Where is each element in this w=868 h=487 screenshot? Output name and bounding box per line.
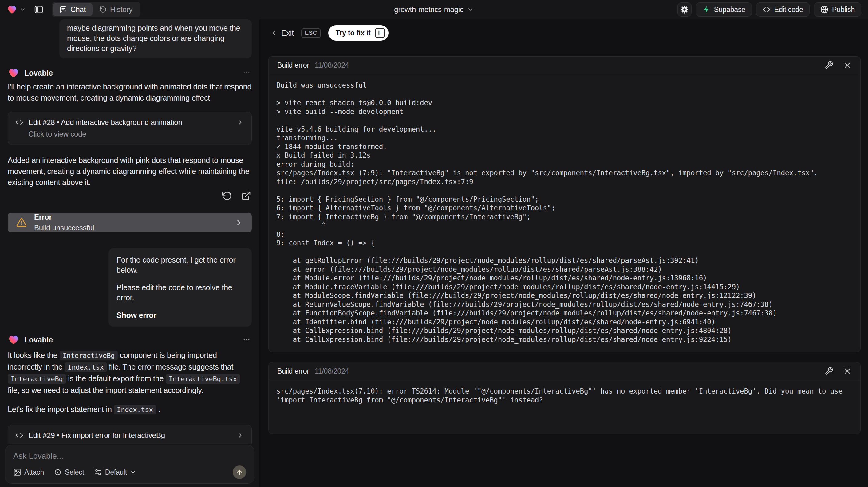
select-label: Select: [65, 468, 84, 477]
project-name: growth-metrics-magic: [394, 5, 463, 14]
fix-with-ai-button[interactable]: [825, 367, 833, 375]
close-button[interactable]: [843, 61, 852, 69]
assistant-summary-text: Added an interactive background with pin…: [8, 155, 252, 188]
top-bar: Chat History growth-metrics-magic Supaba…: [0, 0, 868, 19]
panel-left-icon: [34, 5, 44, 14]
rotate-ccw-icon: [222, 191, 232, 201]
assistant-name: Lovable: [24, 68, 53, 78]
image-attach-icon: [13, 468, 21, 476]
code-brackets-icon: [16, 118, 23, 126]
edit-28-subtitle: Click to view code: [28, 130, 244, 139]
build-error-panel: Exit ESC Try to fix it F Build error 11/…: [260, 19, 868, 487]
send-button[interactable]: [233, 465, 246, 479]
assistant-message-header: Lovable: [8, 67, 252, 79]
chevron-down-icon: [20, 6, 26, 12]
fix-with-ai-button[interactable]: [825, 61, 833, 69]
edit-code-label: Edit code: [774, 5, 803, 14]
assistant-message-header: Lovable: [8, 334, 252, 345]
show-error-link[interactable]: Show error: [117, 311, 156, 319]
edit-29-card[interactable]: Edit #29 • Fix import error for Interact…: [8, 425, 252, 444]
build-error-date: 11/08/2024: [315, 61, 349, 69]
error-card-subtitle: Build unsuccessful: [34, 223, 94, 232]
build-error-card-header: Build error 11/08/2024: [269, 363, 860, 380]
user-message-line: Please edit the code to resolve the erro…: [117, 282, 244, 303]
model-selector[interactable]: Default: [94, 468, 136, 477]
try-to-fix-label: Try to fix it: [336, 29, 371, 37]
build-error-card-1: Build error 11/08/2024 Build was unsucce…: [268, 56, 861, 352]
chat-bubble-icon: [60, 6, 67, 13]
lovable-app: Chat History growth-metrics-magic Supaba…: [0, 0, 868, 487]
close-icon: [843, 61, 852, 69]
globe-icon: [820, 5, 828, 13]
supabase-button[interactable]: Supabase: [696, 2, 752, 17]
more-horizontal-icon: [243, 336, 250, 344]
code-brackets-icon: [16, 431, 23, 439]
lovable-avatar: [8, 67, 19, 79]
tab-chat[interactable]: Chat: [53, 3, 93, 16]
f-key-hint: F: [375, 28, 385, 38]
error-card-title: Error: [34, 213, 94, 221]
sidebar-toggle-button[interactable]: [32, 3, 45, 16]
restore-button[interactable]: [222, 190, 233, 202]
warning-triangle-icon: [16, 217, 27, 228]
code-brackets-icon: [763, 5, 771, 13]
arrow-up-icon: [236, 468, 243, 476]
lovable-heart-icon: [7, 4, 17, 15]
chevron-down-icon: [130, 469, 136, 475]
build-error-log: Build was unsuccessful > vite_react_shad…: [269, 74, 860, 352]
lovable-logo-menu[interactable]: [7, 4, 26, 15]
chat-panel: maybe diagramming points and when you mo…: [0, 19, 260, 487]
tab-history-label: History: [110, 5, 132, 14]
more-horizontal-icon: [243, 69, 250, 77]
chat-input[interactable]: [13, 451, 246, 465]
build-error-card-2: Build error 11/08/2024 src/pages/Index.t…: [268, 362, 861, 434]
esc-key-hint: ESC: [301, 28, 321, 38]
open-preview-button[interactable]: [241, 190, 252, 202]
chat-message-list[interactable]: maybe diagramming points and when you mo…: [0, 19, 259, 444]
build-error-title: Build error: [277, 61, 309, 69]
build-error-date: 11/08/2024: [315, 367, 349, 375]
model-label: Default: [105, 468, 127, 477]
chat-history-segmented-control: Chat History: [52, 2, 141, 17]
sliders-icon: [94, 468, 102, 476]
build-error-summary-card[interactable]: Error Build unsuccessful: [8, 213, 252, 232]
message-actions: [8, 190, 252, 202]
target-icon: [54, 468, 62, 476]
supabase-bolt-icon: [702, 5, 710, 13]
user-message: maybe diagramming points and when you mo…: [59, 19, 252, 58]
try-to-fix-button[interactable]: Try to fix it F: [328, 25, 389, 40]
message-more-button[interactable]: [241, 68, 252, 78]
exit-label: Exit: [281, 29, 294, 37]
edit-29-subtitle: Click to view code: [28, 443, 244, 444]
chevron-down-icon: [467, 6, 474, 13]
build-error-card-header: Build error 11/08/2024: [269, 57, 860, 74]
assistant-intro-text: I'll help create an interactive backgrou…: [8, 81, 252, 103]
wrench-icon: [825, 61, 833, 69]
assistant-fix-text-2: Let's fix the import statement in Index.…: [8, 404, 252, 415]
wrench-icon: [825, 367, 833, 375]
edit-code-button[interactable]: Edit code: [756, 2, 810, 17]
build-error-title: Build error: [277, 367, 309, 375]
message-more-button[interactable]: [241, 335, 252, 345]
user-message-text: maybe diagramming points and when you mo…: [67, 24, 240, 53]
chevron-right-icon: [236, 431, 244, 439]
gear-icon: [680, 5, 689, 14]
close-button[interactable]: [843, 367, 852, 375]
select-element-button[interactable]: Select: [54, 468, 84, 477]
publish-label: Publish: [832, 5, 855, 14]
assistant-fix-text: It looks like the InteractiveBg componen…: [8, 349, 252, 396]
edit-29-title: Edit #29 • Fix import error for Interact…: [28, 431, 165, 440]
close-icon: [843, 367, 852, 375]
chevron-left-icon: [270, 29, 278, 37]
settings-button[interactable]: [677, 2, 691, 17]
exit-button[interactable]: Exit: [270, 29, 294, 37]
assistant-name: Lovable: [24, 335, 53, 344]
tab-history[interactable]: History: [93, 3, 139, 16]
publish-button[interactable]: Publish: [814, 2, 861, 17]
history-icon: [99, 6, 107, 13]
project-selector[interactable]: growth-metrics-magic: [394, 5, 474, 14]
edit-28-title: Edit #28 • Add interactive background an…: [28, 118, 182, 127]
user-message-line: For the code present, I get the error be…: [117, 255, 244, 275]
edit-28-card[interactable]: Edit #28 • Add interactive background an…: [8, 112, 252, 145]
attach-button[interactable]: Attach: [13, 468, 44, 477]
